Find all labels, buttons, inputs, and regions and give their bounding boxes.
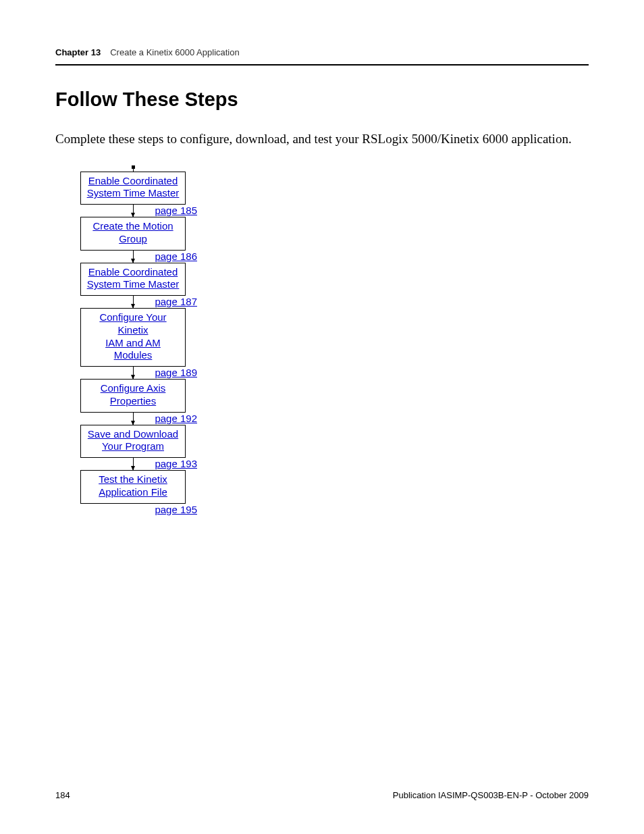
flow-box: Test the Kinetix Application File	[80, 470, 186, 504]
flow-link-line: Save and Download	[88, 428, 178, 441]
flow-link-line: System Time Master	[87, 278, 180, 291]
flow-link-line: Application File	[99, 486, 167, 499]
flow-link-line: Group	[92, 233, 173, 246]
flow-step: Create the Motion Group page 186	[69, 217, 197, 263]
flow-step: Test the Kinetix Application File page 1…	[69, 470, 197, 516]
page-ref-189[interactable]: page 189	[155, 367, 197, 378]
flow-link-line: Configure Axis	[101, 382, 166, 395]
flow-link-line: Configure Your Kinetix	[85, 311, 181, 337]
flow-link-line: Enable Coordinated	[87, 175, 180, 188]
flow-box: Enable Coordinated System Time Master	[80, 263, 186, 296]
flow-box: Save and Download Your Program	[80, 425, 186, 459]
flow-link-configure-axis-properties[interactable]: Configure Axis Properties	[101, 382, 166, 408]
flow-link-enable-coordinated-1[interactable]: Enable Coordinated System Time Master	[87, 175, 180, 201]
page-ref-192[interactable]: page 192	[155, 413, 197, 424]
flow-step: Save and Download Your Program page 193	[69, 425, 197, 471]
page-header: Chapter 13 Create a Kinetix 6000 Applica…	[55, 47, 589, 66]
flow-link-line: IAM and AM Modules	[85, 337, 181, 363]
page-number: 184	[55, 790, 70, 800]
flow-link-line: Create the Motion	[92, 220, 173, 233]
flow-step: Configure Your Kinetix IAM and AM Module…	[69, 308, 197, 379]
flow-link-save-download[interactable]: Save and Download Your Program	[88, 428, 178, 454]
page-ref-195[interactable]: page 195	[155, 504, 197, 515]
flow-link-line: Test the Kinetix	[99, 473, 167, 486]
flow-step: Enable Coordinated System Time Master pa…	[69, 172, 197, 217]
page-footer: 184 Publication IASIMP-QS003B-EN-P - Oct…	[55, 790, 589, 800]
flow-step: Enable Coordinated System Time Master pa…	[69, 263, 197, 309]
chapter-label: Chapter 13	[55, 47, 101, 57]
flow-link-configure-kinetix-modules[interactable]: Configure Your Kinetix IAM and AM Module…	[85, 311, 181, 362]
flow-link-test-kinetix[interactable]: Test the Kinetix Application File	[99, 473, 167, 499]
flow-link-line: Your Program	[88, 440, 178, 453]
publication-info: Publication IASIMP-QS003B-EN-P - October…	[393, 790, 589, 800]
flow-box: Create the Motion Group	[80, 217, 186, 251]
flow-step: Configure Axis Properties page 192	[69, 379, 197, 425]
flow-link-create-motion-group[interactable]: Create the Motion Group	[92, 220, 173, 246]
intro-paragraph: Complete these steps to configure, downl…	[55, 130, 589, 149]
section-title: Follow These Steps	[55, 88, 589, 111]
page-ref-187[interactable]: page 187	[155, 296, 197, 307]
page-ref-193[interactable]: page 193	[155, 458, 197, 469]
flow-box: Enable Coordinated System Time Master	[80, 172, 186, 205]
page-ref-186[interactable]: page 186	[155, 251, 197, 262]
flow-box: Configure Axis Properties	[80, 379, 186, 413]
flow-link-line: System Time Master	[87, 187, 180, 200]
flow-link-enable-coordinated-2[interactable]: Enable Coordinated System Time Master	[87, 266, 180, 292]
page-ref-185[interactable]: page 185	[155, 205, 197, 216]
flow-link-line: Enable Coordinated	[87, 266, 180, 279]
flowchart: Enable Coordinated System Time Master pa…	[69, 167, 589, 516]
chapter-title: Create a Kinetix 6000 Application	[110, 47, 240, 57]
flow-link-line: Properties	[101, 395, 166, 408]
flow-box: Configure Your Kinetix IAM and AM Module…	[80, 308, 186, 367]
